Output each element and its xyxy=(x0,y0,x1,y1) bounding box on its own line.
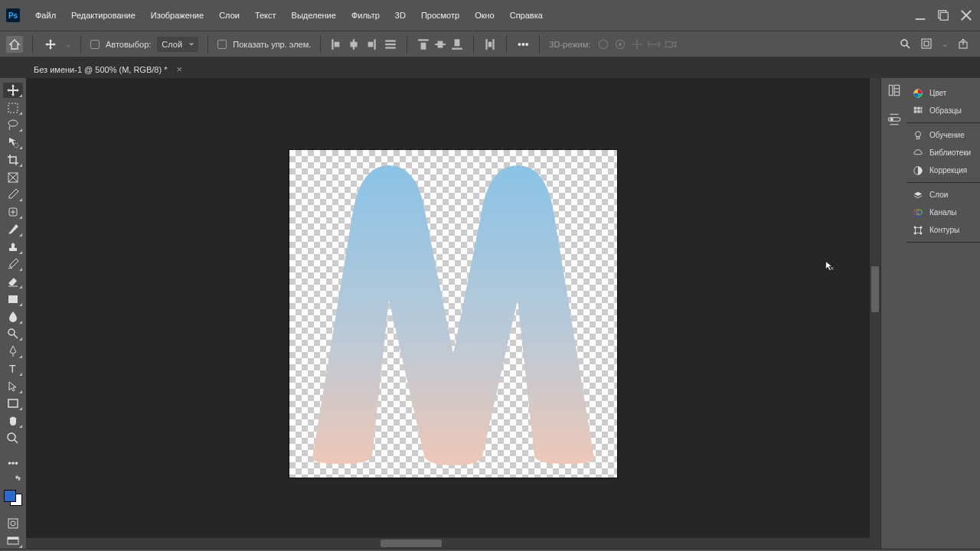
properties-panel-icon[interactable] xyxy=(887,112,902,127)
brush-tool[interactable] xyxy=(3,222,23,237)
history-brush-tool[interactable] xyxy=(3,257,23,272)
panel-paths[interactable]: Контуры xyxy=(906,221,980,239)
menu-text[interactable]: Текст xyxy=(249,8,283,23)
quick-selection-tool[interactable] xyxy=(3,135,23,150)
menu-layers[interactable]: Слои xyxy=(213,8,246,23)
svg-point-44 xyxy=(8,329,15,335)
align-left-icon[interactable] xyxy=(330,37,344,51)
blur-tool[interactable] xyxy=(3,309,23,324)
move-tool[interactable] xyxy=(3,83,23,98)
svg-rect-10 xyxy=(368,41,374,47)
svg-rect-12 xyxy=(386,43,397,44)
foreground-color[interactable] xyxy=(4,490,16,502)
document-tab[interactable]: Без имени-1 @ 500% (M, RGB/8) * × xyxy=(26,60,190,78)
share-icon[interactable] xyxy=(957,37,969,51)
panel-libraries[interactable]: Библиотеки xyxy=(906,144,980,161)
svg-rect-22 xyxy=(488,41,492,47)
panel-color[interactable]: Цвет xyxy=(906,84,980,102)
distribute-bottom-icon[interactable] xyxy=(450,37,464,51)
rectangle-shape-tool[interactable] xyxy=(3,396,23,412)
rectangular-marquee-tool[interactable] xyxy=(3,100,23,116)
vertical-scrollbar[interactable] xyxy=(870,78,880,549)
healing-brush-tool[interactable] xyxy=(3,204,23,220)
menu-image[interactable]: Изображение xyxy=(145,8,210,23)
document-canvas[interactable] xyxy=(289,150,617,478)
panel-channels[interactable]: Каналы xyxy=(906,204,980,221)
3d-camera-icon xyxy=(664,37,678,51)
distribute-vcenter-icon[interactable] xyxy=(433,37,447,51)
dodge-tool[interactable] xyxy=(3,327,23,342)
eyedropper-tool[interactable] xyxy=(3,187,23,203)
svg-line-28 xyxy=(906,45,910,48)
autoselect-checkbox[interactable] xyxy=(90,40,100,49)
home-button[interactable] xyxy=(6,36,23,53)
hand-tool[interactable] xyxy=(3,413,23,429)
svg-point-48 xyxy=(8,433,15,441)
frame-tool[interactable] xyxy=(3,170,23,185)
svg-rect-64 xyxy=(917,106,920,109)
menu-bar: Ps Файл Редактирование Изображение Слои … xyxy=(0,0,980,31)
autoselect-label: Автовыбор: xyxy=(106,40,151,49)
menu-3d[interactable]: 3D xyxy=(389,8,412,23)
frame-icon[interactable] xyxy=(920,37,933,51)
menu-help[interactable]: Справка xyxy=(504,8,549,23)
search-icon[interactable] xyxy=(899,37,911,51)
overflow-menu-icon[interactable]: ••• xyxy=(516,37,530,51)
pen-tool[interactable] xyxy=(3,344,23,359)
menu-edit[interactable]: Редактирование xyxy=(65,8,142,23)
3d-mode-label: 3D-режим: xyxy=(549,40,590,49)
vertical-scrollbar-thumb[interactable] xyxy=(871,266,879,312)
clone-stamp-tool[interactable] xyxy=(3,240,23,255)
type-tool[interactable]: T xyxy=(3,361,23,377)
svg-point-59 xyxy=(890,118,893,121)
3d-roll-icon xyxy=(613,37,627,51)
menu-window[interactable]: Окно xyxy=(469,8,501,23)
svg-rect-2 xyxy=(940,12,948,20)
show-controls-checkbox[interactable] xyxy=(217,40,227,49)
svg-rect-9 xyxy=(374,39,376,50)
svg-rect-42 xyxy=(8,295,18,303)
autoselect-target-select[interactable]: Слой xyxy=(157,37,198,52)
zoom-tool[interactable] xyxy=(3,431,23,446)
menu-file[interactable]: Файл xyxy=(29,8,62,23)
gradient-tool[interactable] xyxy=(3,292,23,307)
menu-select[interactable]: Выделение xyxy=(286,8,342,23)
align-horizontal-group xyxy=(330,37,377,51)
menu-view[interactable]: Просмотр xyxy=(415,8,466,23)
minimize-button[interactable] xyxy=(913,8,928,23)
panel-adjustments[interactable]: Коррекция xyxy=(906,161,980,179)
align-hcenter-icon[interactable] xyxy=(347,37,361,51)
svg-rect-47 xyxy=(8,399,18,407)
align-more-icon[interactable] xyxy=(384,37,397,51)
canvas-area[interactable] xyxy=(26,78,880,549)
color-swatches[interactable] xyxy=(4,490,22,507)
svg-rect-8 xyxy=(351,41,358,47)
eraser-tool[interactable] xyxy=(3,274,23,289)
distribute-spacing-icon[interactable] xyxy=(483,37,497,51)
horizontal-scrollbar-thumb[interactable] xyxy=(381,540,442,547)
history-panel-icon[interactable] xyxy=(887,83,902,98)
screen-mode-icon[interactable] xyxy=(3,533,23,549)
panel-swatches[interactable]: Образцы xyxy=(906,102,980,119)
3d-slide-icon xyxy=(647,37,661,51)
align-right-icon[interactable] xyxy=(364,37,377,51)
swap-colors-icon[interactable] xyxy=(14,475,21,483)
svg-rect-13 xyxy=(386,47,397,48)
quick-mask-icon[interactable] xyxy=(3,516,23,531)
edit-toolbar-icon[interactable]: ••• xyxy=(3,456,23,471)
panel-layers[interactable]: Слои xyxy=(906,186,980,204)
distribute-top-icon[interactable] xyxy=(416,37,430,51)
crop-tool[interactable] xyxy=(3,152,23,168)
distribute-group xyxy=(416,37,464,51)
close-tab-icon[interactable]: × xyxy=(176,64,182,75)
svg-rect-14 xyxy=(419,39,430,41)
panel-learn[interactable]: Обучение xyxy=(906,126,980,144)
horizontal-scrollbar[interactable] xyxy=(26,538,870,549)
main-menu: Файл Редактирование Изображение Слои Тек… xyxy=(29,8,913,23)
lasso-tool[interactable] xyxy=(3,118,23,133)
maximize-button[interactable] xyxy=(936,8,951,23)
artwork-letter-m xyxy=(289,150,617,478)
close-button[interactable] xyxy=(959,8,974,23)
menu-filter[interactable]: Фильтр xyxy=(345,8,386,23)
path-selection-tool[interactable] xyxy=(3,379,23,394)
